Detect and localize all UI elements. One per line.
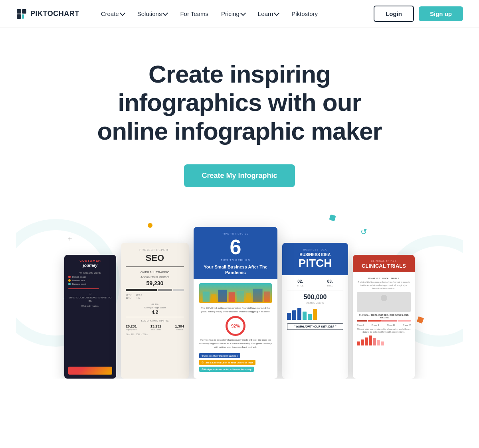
card5-section2: CLINICAL TRIAL PHASES, PURPOSES AND TIME… <box>357 314 411 319</box>
card4-bar-chart <box>287 308 343 320</box>
card3-body: The COVID-19 outbreak has wreaked financ… <box>194 279 277 378</box>
nav-links: Create Solutions For Teams Pricing Learn… <box>95 7 374 20</box>
card2-title: SEO <box>126 253 184 263</box>
card4-label2: TITLE <box>317 284 344 287</box>
card-customer-journey: CUSTOMER journey WHERE WE WERE Division … <box>64 255 116 379</box>
nav-piktostory[interactable]: Piktostory <box>286 7 323 20</box>
card4-quote: " HIGHLIGHT YOUR KEY IDEA " <box>287 323 343 330</box>
card2-stat2: 47.1% <box>126 303 184 306</box>
nav-create[interactable]: Create <box>95 7 130 20</box>
card3-label: TIPS TO REBUILD <box>199 233 272 235</box>
card4-numlabel: ACTIVE USERS <box>287 302 343 304</box>
card5-bar-chart <box>357 336 411 345</box>
svg-rect-14 <box>375 303 379 308</box>
svg-rect-7 <box>229 292 235 302</box>
card2-stat3: Average Page Value <box>126 306 184 309</box>
card3-header: TIPS TO REBUILD 6 TIPS TO REBUILD Your S… <box>194 227 277 280</box>
showcase: ↺ + CUSTOMER journey WHERE WE WERE Divis… <box>16 211 463 379</box>
card5-label: CLINICAL TRIALS <box>357 260 411 262</box>
svg-rect-13 <box>379 302 389 308</box>
card5-title: CLINICAL TRIALS <box>357 263 411 269</box>
card5-text2: Clinical trials are conducted to allow s… <box>357 328 411 334</box>
signup-button[interactable]: Sign up <box>419 6 463 21</box>
card1-subtitle: WHERE OUR CUSTOMERS WANT TO BE <box>68 296 112 303</box>
navbar: PIKTOCHART Create Solutions For Teams Pr… <box>0 0 479 28</box>
svg-rect-1 <box>22 9 26 14</box>
deco-dot-teal-1 <box>329 214 336 221</box>
card3-city-illustration <box>199 283 272 303</box>
card4-bigtitle: PITCH <box>287 258 343 269</box>
card4-label: BUSINESS IDEA <box>287 249 343 251</box>
svg-rect-6 <box>218 290 227 302</box>
card2-stat1: Annual Total Visitors <box>126 275 184 279</box>
nav-actions: Login Sign up <box>374 6 463 22</box>
nav-learn[interactable]: Learn <box>252 7 284 20</box>
card4-num1: 02. <box>287 279 314 284</box>
card4-title: BUSINESS IDEA <box>287 253 343 257</box>
card5-text1: A clinical trial is a research study per… <box>357 281 411 290</box>
svg-rect-9 <box>246 293 251 302</box>
hero-title: Create inspiring infographics with our o… <box>88 60 391 145</box>
logo[interactable]: PIKTOCHART <box>16 8 79 20</box>
card1-section2: 02 <box>68 292 112 295</box>
hero-section: Create inspiring infographics with our o… <box>0 28 479 379</box>
card5-body: WHAT IS CLINICAL TRIAL? A clinical trial… <box>353 272 415 378</box>
logo-text: PIKTOCHART <box>30 10 79 18</box>
card3-tips-label: TIPS TO REBUILD <box>199 259 272 262</box>
card1-title: journey <box>68 263 112 268</box>
card2-barrow <box>126 289 184 291</box>
chevron-down-icon <box>162 10 168 16</box>
card3-percentage-circle: 92% <box>226 316 245 336</box>
svg-rect-4 <box>203 292 210 302</box>
login-button[interactable]: Login <box>374 6 414 22</box>
card3-circle-wrap: 92% <box>199 316 272 336</box>
card5-image <box>357 292 411 312</box>
svg-rect-0 <box>17 9 21 14</box>
card4-label1: TITLE <box>287 284 314 287</box>
card3-pct: 92% <box>231 324 240 328</box>
svg-point-12 <box>381 295 387 301</box>
card2-tag: PROJECT REPORT <box>126 249 184 251</box>
card5-phase-bars <box>357 320 411 322</box>
card4-body: 02. TITLE 03. TITLE 500,000 ACTIVE USERS <box>282 275 348 379</box>
card2-seo: SEO ORGANIC TRAFFIC <box>126 320 184 322</box>
card-clinical-trials: CLINICAL TRIALS CLINICAL TRIALS WHAT IS … <box>353 255 415 379</box>
svg-rect-10 <box>253 289 262 302</box>
card3-paragraph1: The COVID-19 outbreak has wreaked financ… <box>199 306 272 314</box>
nav-for-teams[interactable]: For Teams <box>174 7 214 20</box>
card-business-pitch: BUSINESS IDEA BUSINESS IDEA PITCH 02. TI… <box>282 243 348 379</box>
cta-button[interactable]: Create My Infographic <box>184 164 295 187</box>
card2-num2: 4.2 <box>126 310 184 315</box>
logo-icon <box>16 8 27 20</box>
svg-rect-8 <box>237 291 244 302</box>
chevron-down-icon <box>120 10 125 16</box>
chevron-down-icon <box>240 10 246 16</box>
card-tips-featured: TIPS TO REBUILD 6 TIPS TO REBUILD Your S… <box>194 227 277 379</box>
card1-where: WHERE WE WERE <box>68 272 112 274</box>
card5-section1: WHAT IS CLINICAL TRIAL? <box>357 277 411 280</box>
card2-overall: OVERALL TRAFFIC <box>126 270 184 274</box>
card1-tag: CUSTOMER <box>68 259 112 262</box>
svg-rect-11 <box>264 292 270 302</box>
nav-solutions[interactable]: Solutions <box>132 7 173 20</box>
infographic-cards-row: CUSTOMER journey WHERE WE WERE Division … <box>64 227 415 379</box>
svg-rect-2 <box>17 14 21 19</box>
card4-header: BUSINESS IDEA BUSINESS IDEA PITCH <box>282 243 348 275</box>
card4-bignum: 500,000 <box>287 294 343 301</box>
card2-num1: 59,230 <box>126 280 184 286</box>
card3-num: 6 <box>199 237 272 257</box>
svg-rect-5 <box>211 294 216 302</box>
svg-rect-15 <box>389 303 393 308</box>
card3-footer: It's important to consider what recovery… <box>199 338 272 349</box>
card-seo: PROJECT REPORT SEO OVERALL TRAFFIC Annua… <box>121 243 189 379</box>
card1-stats: Division by age Numbers data Business re… <box>68 276 112 285</box>
card3-headline: Your Small Business After The Pandemic <box>199 264 272 276</box>
chevron-down-icon <box>274 10 279 16</box>
nav-pricing[interactable]: Pricing <box>216 7 251 20</box>
card5-header: CLINICAL TRIALS CLINICAL TRIALS <box>353 255 415 272</box>
card4-num2: 03. <box>317 279 344 284</box>
svg-rect-3 <box>22 14 24 19</box>
